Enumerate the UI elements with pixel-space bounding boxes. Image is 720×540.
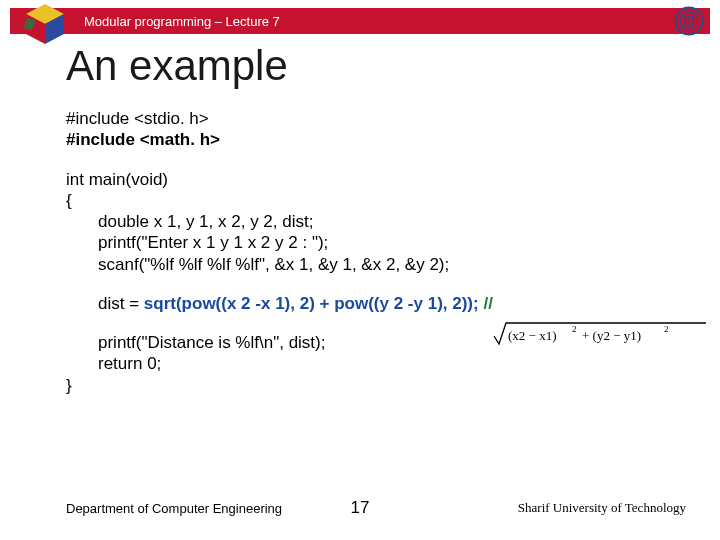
distance-formula-icon: (x2 − x1) 2 + (y2 − y1) 2 (492, 320, 708, 348)
svg-text:+ (y2 − y1): + (y2 − y1) (582, 328, 641, 343)
svg-text:2: 2 (664, 324, 669, 334)
cube-logo-icon (20, 2, 70, 46)
code-body: #include <stdio. h> #include <math. h> i… (66, 108, 700, 396)
code-line: double x 1, y 1, x 2, y 2, dist; (66, 211, 700, 232)
code-line: dist = sqrt(pow((x 2 -x 1), 2) + pow((y … (66, 293, 700, 314)
code-line: #include <stdio. h> (66, 108, 700, 129)
code-line: #include <math. h> (66, 129, 700, 150)
code-line: } (66, 375, 700, 396)
code-line: { (66, 190, 700, 211)
slide-title: An example (66, 42, 288, 90)
code-line: int main(void) (66, 169, 700, 190)
code-line: return 0; (66, 353, 700, 374)
university-seal-icon (674, 6, 704, 36)
header-bar: Modular programming – Lecture 7 (10, 8, 710, 34)
code-comment: // (479, 294, 493, 313)
svg-text:2: 2 (572, 324, 577, 334)
footer-university: Sharif University of Technology (518, 500, 686, 516)
svg-text:(x2 − x1): (x2 − x1) (508, 328, 557, 343)
slide: Modular programming – Lecture 7 An examp… (0, 0, 720, 540)
code-line: printf("Enter x 1 y 1 x 2 y 2 : "); (66, 232, 700, 253)
code-text: dist = (98, 294, 144, 313)
code-line: scanf("%lf %lf %lf %lf", &x 1, &y 1, &x … (66, 254, 700, 275)
code-highlight: sqrt(pow((x 2 -x 1), 2) + pow((y 2 -y 1)… (144, 294, 479, 313)
